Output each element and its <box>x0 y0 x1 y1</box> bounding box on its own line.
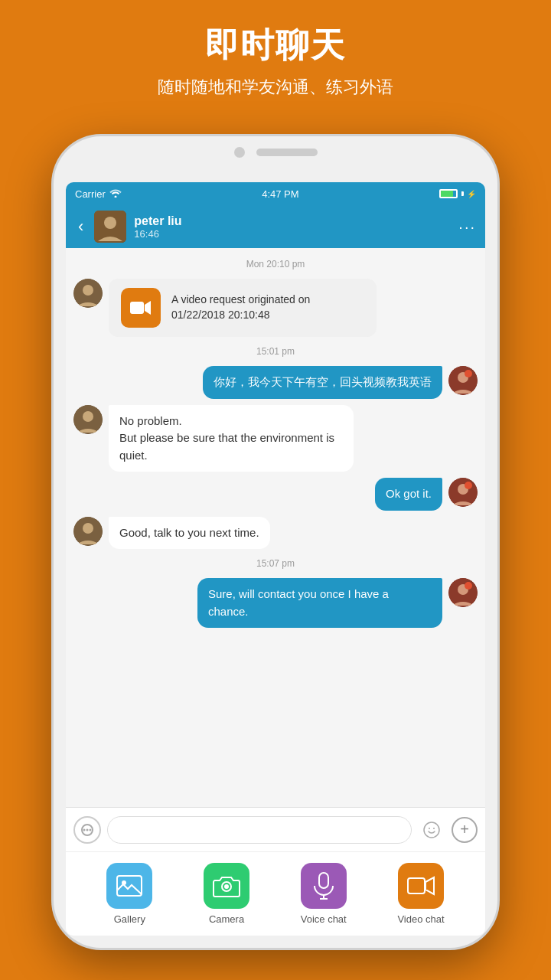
msg-row-right-2: Ok got it. <box>73 478 478 511</box>
avatar-right-1 <box>448 366 478 395</box>
bubble-left-2: Good, talk to you next time. <box>109 517 270 550</box>
chat-header: ‹ peter liu 16:46 ··· <box>66 205 485 248</box>
gallery-icon-box <box>106 863 152 909</box>
avatar-right-3 <box>448 578 478 607</box>
avatar-img-left-2 <box>73 405 103 434</box>
phone-notch <box>54 147 497 158</box>
svg-point-10 <box>83 411 93 422</box>
contact-name: peter liu <box>134 214 451 228</box>
camera-icon-box <box>204 863 249 909</box>
svg-point-15 <box>83 523 93 534</box>
avatar-left-3 <box>73 517 103 546</box>
svg-point-1 <box>104 217 116 229</box>
avatar-img-left-1 <box>73 279 103 308</box>
svg-point-23 <box>424 822 439 838</box>
voice-input-button[interactable] <box>73 816 101 844</box>
camera-action[interactable]: Camera <box>204 863 249 925</box>
svg-point-20 <box>83 828 86 831</box>
avatar-left-1 <box>73 279 103 308</box>
svg-point-18 <box>465 582 472 590</box>
video-request-bubble: A video request originated on 01/22/2018… <box>109 279 377 337</box>
phone-speaker <box>256 149 318 156</box>
gallery-label: Gallery <box>114 913 145 925</box>
svg-point-21 <box>86 828 89 831</box>
add-button[interactable]: + <box>452 817 478 843</box>
bubble-left-1: No problem.But please be sure that the e… <box>109 405 354 472</box>
battery-icon <box>439 189 458 198</box>
avatar-img-right-1 <box>448 366 478 395</box>
header-title: 即时聊天 <box>0 23 551 68</box>
svg-point-13 <box>465 482 472 489</box>
voice-chat-label: Voice chat <box>301 913 347 925</box>
emoji-button[interactable] <box>418 816 445 844</box>
wifi-icon <box>109 188 122 200</box>
msg-row-right-1: 你好，我今天下午有空，回头视频教我英语 <box>73 366 478 399</box>
phone-camera <box>234 147 245 158</box>
contact-info: peter liu 16:46 <box>134 214 451 240</box>
video-request-icon-box <box>121 288 161 328</box>
svg-rect-33 <box>408 878 425 893</box>
status-right: ⚡ <box>439 189 476 198</box>
video-chat-action[interactable]: Video chat <box>397 863 444 925</box>
voice-chat-icon-box <box>301 863 347 909</box>
phone-screen: Carrier 4:47 PM ⚡ ‹ <box>66 182 485 936</box>
bottom-actions: Gallery Camera <box>66 851 485 936</box>
status-bar: Carrier 4:47 PM ⚡ <box>66 182 485 205</box>
phone-frame: Carrier 4:47 PM ⚡ ‹ <box>54 136 497 948</box>
bubble-right-2: Ok got it. <box>375 478 442 511</box>
message-input[interactable] <box>107 816 412 844</box>
timestamp-3: 15:07 pm <box>73 558 478 569</box>
svg-rect-30 <box>319 873 328 888</box>
camera-label: Camera <box>209 913 244 925</box>
input-bar: + <box>66 807 485 851</box>
status-time: 4:47 PM <box>262 188 298 200</box>
header-subtitle: 随时随地和学友沟通、练习外语 <box>0 76 551 99</box>
contact-status-time: 16:46 <box>134 228 451 240</box>
timestamp-2: 15:01 pm <box>73 346 478 357</box>
battery-tip <box>461 191 464 196</box>
gallery-action[interactable]: Gallery <box>106 863 152 925</box>
svg-point-22 <box>90 828 92 831</box>
video-chat-icon-box <box>398 863 444 909</box>
svg-point-24 <box>429 828 430 829</box>
carrier-label: Carrier <box>75 188 106 200</box>
header-area: 即时聊天 随时随地和学友沟通、练习外语 <box>0 23 551 99</box>
contact-avatar-img <box>94 211 126 243</box>
battery-fill <box>441 191 453 197</box>
svg-point-3 <box>83 285 93 296</box>
avatar-img-right-2 <box>448 478 478 507</box>
svg-marker-34 <box>425 877 434 894</box>
voice-chat-action[interactable]: Voice chat <box>301 863 347 925</box>
more-button[interactable]: ··· <box>458 218 476 236</box>
avatar-right-2 <box>448 478 478 507</box>
chat-messages: Mon 20:10 pm <box>66 248 485 805</box>
bubble-right-1: 你好，我今天下午有空，回头视频教我英语 <box>203 366 442 399</box>
video-request-text: A video request originated on 01/22/2018… <box>171 292 364 322</box>
svg-point-29 <box>224 884 229 889</box>
back-button[interactable]: ‹ <box>75 214 86 240</box>
avatar-img-left-3 <box>73 517 103 546</box>
avatar-img-right-3 <box>448 578 478 607</box>
msg-row-left-1: No problem.But please be sure that the e… <box>73 405 478 472</box>
msg-row-left-2: Good, talk to you next time. <box>73 517 478 550</box>
timestamp-1: Mon 20:10 pm <box>73 259 478 270</box>
svg-rect-4 <box>130 302 144 314</box>
video-chat-label: Video chat <box>397 913 444 925</box>
svg-point-25 <box>433 828 435 829</box>
bolt-icon: ⚡ <box>467 190 476 198</box>
msg-row-right-3: Sure, will contact you once I have a cha… <box>73 578 478 628</box>
bubble-right-3: Sure, will contact you once I have a cha… <box>197 578 442 628</box>
svg-marker-5 <box>145 301 151 315</box>
status-left: Carrier <box>75 188 122 200</box>
contact-avatar <box>94 211 126 243</box>
svg-point-8 <box>465 370 472 377</box>
msg-row-video: A video request originated on 01/22/2018… <box>73 279 478 337</box>
avatar-left-2 <box>73 405 103 434</box>
